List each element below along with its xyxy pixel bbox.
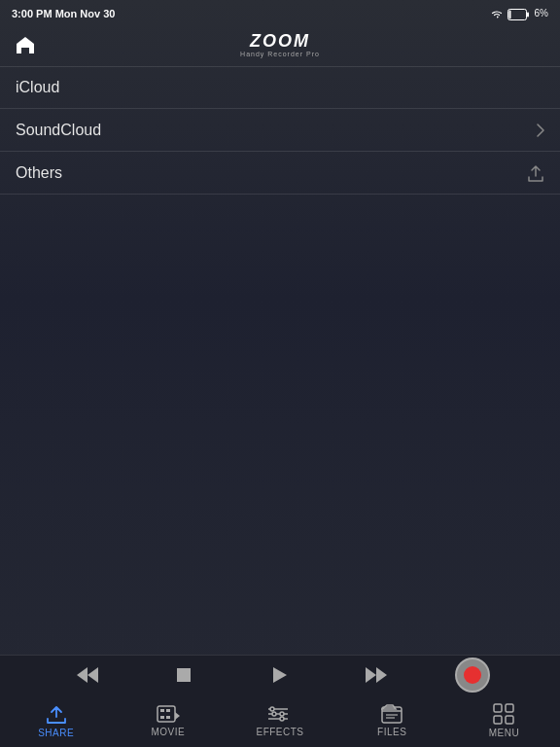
tab-bar: SHARE MOVIE (0, 694, 560, 747)
svg-marker-4 (77, 667, 88, 683)
svg-rect-12 (160, 716, 164, 719)
chevron-right-icon (537, 124, 544, 137)
battery-indicator: 6% (508, 7, 548, 19)
svg-marker-3 (88, 667, 98, 683)
effects-tab-label: EFFECTS (256, 727, 303, 737)
status-indicators: 6% (490, 7, 548, 19)
rewind-button[interactable] (70, 658, 105, 693)
svg-rect-1 (527, 12, 529, 17)
share-list: iCloud SoundCloud Others (0, 66, 560, 195)
soundcloud-label: SoundCloud (16, 122, 101, 139)
svg-rect-2 (509, 10, 511, 18)
play-icon (273, 667, 287, 683)
menu-tab-label: MENU (489, 728, 519, 738)
rewind-icon (77, 667, 98, 683)
movie-tab-label: MOVIE (151, 727, 185, 737)
share-tab-icon (45, 703, 68, 725)
svg-rect-13 (166, 716, 170, 719)
logo-sub-text: Handy Recorder Pro (240, 51, 320, 57)
others-label: Others (16, 164, 62, 182)
svg-point-20 (270, 707, 274, 711)
record-dot (464, 666, 481, 684)
battery-icon (508, 9, 529, 20)
tab-share[interactable]: SHARE (0, 694, 112, 747)
bottom-bar: SHARE MOVIE (0, 655, 560, 747)
record-button[interactable] (455, 658, 490, 693)
fast-forward-icon (366, 667, 387, 683)
list-item-soundcloud[interactable]: SoundCloud (0, 109, 560, 152)
svg-rect-10 (160, 709, 164, 712)
svg-point-16 (272, 712, 276, 716)
stop-button[interactable] (166, 658, 201, 693)
tab-movie[interactable]: MOVIE (112, 694, 224, 747)
status-bar: 3:00 PM Mon Nov 30 6% (0, 0, 560, 27)
home-icon (16, 36, 35, 53)
icloud-label: iCloud (16, 79, 59, 96)
effects-tab-icon (266, 704, 294, 724)
svg-point-18 (280, 712, 284, 716)
tab-effects[interactable]: EFFECTS (224, 694, 335, 747)
files-tab-icon (381, 704, 402, 724)
svg-rect-11 (166, 709, 170, 712)
svg-rect-32 (506, 716, 513, 724)
svg-marker-8 (376, 667, 387, 683)
svg-rect-31 (494, 716, 502, 724)
list-item-others[interactable]: Others (0, 152, 560, 195)
list-item-icloud[interactable]: iCloud (0, 66, 560, 109)
svg-point-23 (280, 717, 284, 721)
share-upload-icon (527, 163, 544, 183)
svg-rect-29 (494, 704, 502, 712)
menu-tab-icon (493, 703, 514, 725)
svg-rect-5 (177, 668, 191, 682)
svg-marker-7 (366, 667, 376, 683)
fast-forward-button[interactable] (359, 658, 394, 693)
transport-bar (0, 656, 560, 694)
svg-rect-9 (158, 706, 175, 722)
share-tab-label: SHARE (38, 728, 74, 738)
svg-marker-6 (273, 667, 287, 683)
play-button[interactable] (262, 658, 298, 693)
header: zoom Handy Recorder Pro (0, 27, 560, 62)
wifi-icon (490, 9, 504, 18)
tab-menu[interactable]: MENU (448, 694, 560, 747)
tab-files[interactable]: FILES (336, 694, 448, 747)
files-tab-label: FILES (377, 727, 406, 737)
movie-tab-icon (157, 704, 180, 724)
status-time-date: 3:00 PM Mon Nov 30 (12, 8, 115, 19)
logo-zoom-text: zoom (250, 32, 310, 50)
home-button[interactable] (12, 31, 39, 58)
svg-rect-30 (506, 704, 513, 712)
record-button-circle (455, 658, 490, 693)
stop-icon (177, 668, 191, 682)
app-logo: zoom Handy Recorder Pro (240, 32, 320, 57)
svg-marker-14 (175, 712, 180, 720)
